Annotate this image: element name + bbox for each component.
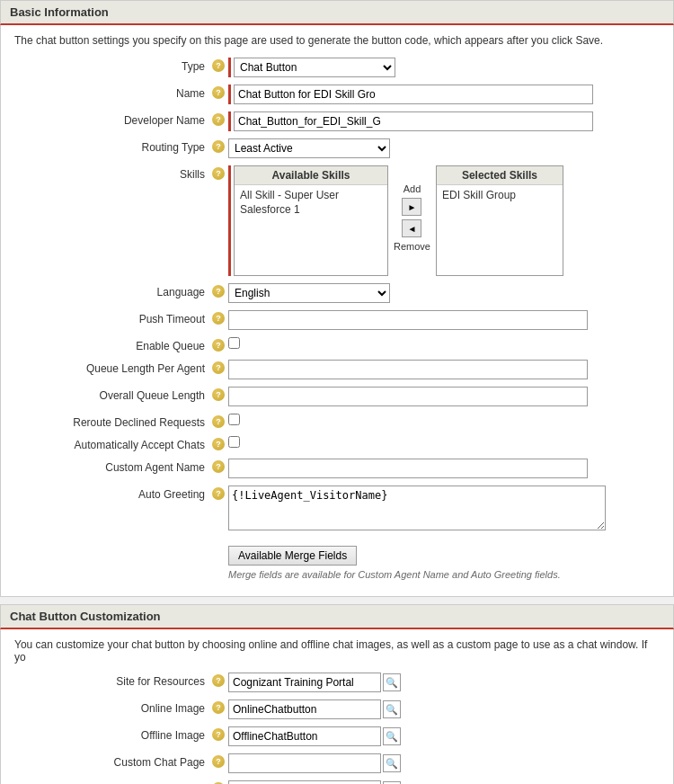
- merge-fields-wrapper: Available Merge Fields Merge fields are …: [228, 540, 561, 580]
- routing-type-field-wrapper: Least Active Most Available: [228, 138, 390, 158]
- overall-queue-length-help-icon[interactable]: ?: [212, 388, 225, 401]
- selected-skill-edi[interactable]: EDI Skill Group: [439, 188, 560, 202]
- auto-accept-wrapper: [228, 436, 240, 448]
- dev-name-help-icon[interactable]: ?: [212, 113, 225, 126]
- add-skill-button[interactable]: ►: [402, 198, 421, 216]
- dev-name-field-wrapper: [228, 111, 593, 131]
- custom-agent-name-row: Custom Agent Name ?: [14, 459, 660, 478]
- offline-image-label: Offline Image: [14, 726, 212, 742]
- type-select[interactable]: Chat Button Invite CTI: [234, 58, 395, 77]
- language-help-icon[interactable]: ?: [212, 285, 225, 298]
- site-for-resources-input[interactable]: [228, 673, 381, 692]
- online-image-input[interactable]: [228, 699, 381, 719]
- queue-length-per-agent-input[interactable]: [228, 360, 588, 379]
- site-for-resources-lookup-button[interactable]: 🔍: [383, 673, 401, 691]
- auto-greeting-label: Auto Greeting: [14, 486, 212, 501]
- enable-queue-help-icon[interactable]: ?: [212, 339, 225, 352]
- basic-information-section: Basic Information The chat button settin…: [0, 0, 674, 597]
- push-timeout-row: Push Timeout ?: [14, 310, 660, 330]
- language-row: Language ? English French Spanish: [14, 283, 660, 303]
- custom-chat-page-lookup-button[interactable]: 🔍: [383, 754, 401, 772]
- site-for-resources-label: Site for Resources: [14, 673, 212, 688]
- skill-item-all-super-user[interactable]: All Skill - Super User: [237, 188, 385, 202]
- push-timeout-help-icon[interactable]: ?: [212, 312, 225, 325]
- remove-skill-button[interactable]: ◄: [402, 219, 421, 237]
- reroute-declined-wrapper: [228, 414, 240, 425]
- name-required-bar: [228, 85, 231, 104]
- name-help-icon[interactable]: ?: [212, 86, 225, 99]
- enable-queue-label: Enable Queue: [14, 337, 212, 352]
- online-image-search-icon: 🔍: [386, 704, 398, 716]
- merge-fields-button[interactable]: Available Merge Fields: [228, 546, 357, 566]
- reroute-declined-checkbox[interactable]: [228, 414, 240, 425]
- skills-field-wrapper: Available Skills All Skill - Super User …: [228, 165, 563, 276]
- available-skills-header: Available Skills: [235, 166, 387, 185]
- selected-skills-header: Selected Skills: [437, 166, 563, 185]
- name-input[interactable]: [234, 85, 593, 104]
- enable-queue-row: Enable Queue ?: [14, 337, 660, 352]
- site-for-resources-field-wrapper: 🔍: [228, 673, 401, 692]
- site-for-resources-row: Site for Resources ? 🔍: [14, 673, 660, 692]
- auto-accept-row: Automatically Accept Chats ?: [14, 436, 660, 451]
- site-for-resources-search-icon: 🔍: [386, 677, 398, 689]
- online-image-field-wrapper: 🔍: [228, 699, 401, 719]
- language-select[interactable]: English French Spanish: [228, 283, 390, 303]
- custom-chat-page-label: Custom Chat Page: [14, 753, 212, 769]
- reroute-declined-row: Reroute Declined Requests ?: [14, 414, 660, 429]
- offline-image-help-icon[interactable]: ?: [212, 728, 225, 741]
- offline-image-search-icon: 🔍: [386, 731, 398, 743]
- basic-info-text: The chat button settings you specify on …: [14, 34, 660, 47]
- reroute-declined-help-icon[interactable]: ?: [212, 415, 225, 428]
- online-image-label: Online Image: [14, 699, 212, 715]
- skills-container: Available Skills All Skill - Super User …: [234, 165, 563, 276]
- customization-body: You can customize your chat button by ch…: [0, 629, 674, 784]
- skills-required-bar: [228, 165, 231, 276]
- selected-skills-box: Selected Skills EDI Skill Group: [436, 165, 563, 276]
- custom-agent-name-input[interactable]: [228, 459, 588, 478]
- language-field-wrapper: English French Spanish: [228, 283, 390, 303]
- add-label: Add: [404, 183, 421, 194]
- skills-row: Skills ? Available Skills All Skill - Su…: [14, 165, 660, 276]
- auto-greeting-row: Auto Greeting ? {!LiveAgent_VisitorName}: [14, 486, 660, 533]
- type-help-icon[interactable]: ?: [212, 59, 225, 72]
- overall-queue-length-input[interactable]: [228, 387, 588, 406]
- push-timeout-input[interactable]: [228, 310, 588, 330]
- reroute-declined-label: Reroute Declined Requests: [14, 414, 212, 429]
- site-for-resources-help-icon[interactable]: ?: [212, 674, 225, 687]
- skills-help-icon[interactable]: ?: [212, 167, 225, 180]
- type-required-bar: [228, 58, 231, 77]
- dev-name-label: Developer Name: [14, 111, 212, 127]
- overall-queue-length-label: Overall Queue Length: [14, 387, 212, 402]
- dev-name-row: Developer Name ?: [14, 111, 660, 131]
- available-skills-list[interactable]: All Skill - Super User Salesforce 1: [235, 185, 387, 275]
- custom-chat-page-help-icon[interactable]: ?: [212, 755, 225, 768]
- auto-accept-checkbox[interactable]: [228, 436, 240, 448]
- auto-accept-help-icon[interactable]: ?: [212, 438, 225, 450]
- dev-name-input[interactable]: [234, 111, 593, 131]
- skill-item-salesforce1[interactable]: Salesforce 1: [237, 202, 385, 217]
- auto-greeting-textarea[interactable]: {!LiveAgent_VisitorName}: [228, 486, 606, 530]
- online-image-lookup-button[interactable]: 🔍: [383, 700, 401, 718]
- auto-greeting-help-icon[interactable]: ?: [212, 487, 225, 500]
- offline-image-lookup-button[interactable]: 🔍: [383, 727, 401, 745]
- online-image-help-icon[interactable]: ?: [212, 701, 225, 714]
- pre-chat-form-page-input[interactable]: [228, 780, 381, 784]
- queue-length-per-agent-help-icon[interactable]: ?: [212, 361, 225, 374]
- auto-greeting-wrapper: {!LiveAgent_VisitorName}: [228, 486, 606, 533]
- offline-image-input[interactable]: [228, 726, 381, 746]
- skills-label: Skills: [14, 165, 212, 181]
- routing-type-select[interactable]: Least Active Most Available: [228, 138, 390, 158]
- enable-queue-checkbox[interactable]: [228, 337, 240, 349]
- language-label: Language: [14, 283, 212, 298]
- remove-label: Remove: [394, 241, 430, 252]
- selected-skills-list[interactable]: EDI Skill Group: [437, 185, 563, 275]
- custom-chat-page-input[interactable]: [228, 753, 381, 773]
- name-field-wrapper: [228, 85, 593, 104]
- routing-type-row: Routing Type ? Least Active Most Availab…: [14, 138, 660, 158]
- pre-chat-form-page-row: Pre-Chat Form Page ? 🔍: [14, 780, 660, 784]
- online-image-row: Online Image ? 🔍: [14, 699, 660, 719]
- routing-type-help-icon[interactable]: ?: [212, 140, 225, 153]
- merge-fields-spacer: [14, 540, 212, 543]
- custom-agent-name-help-icon[interactable]: ?: [212, 460, 225, 473]
- name-label: Name: [14, 85, 212, 100]
